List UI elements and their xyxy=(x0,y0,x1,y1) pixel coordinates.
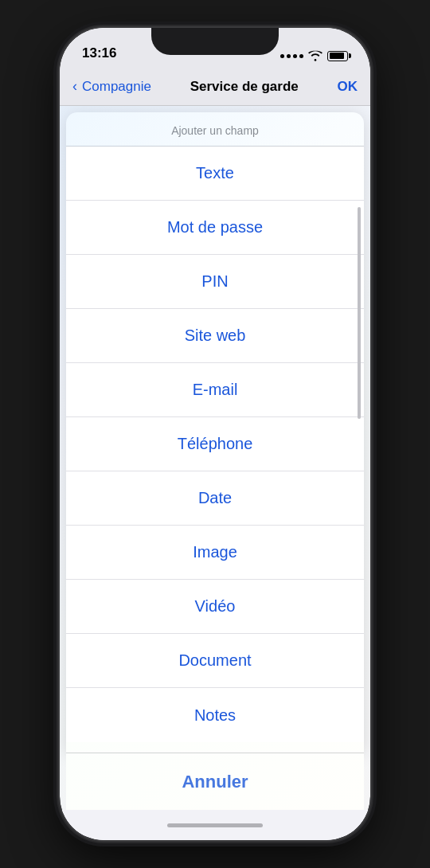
list-item-label-document: Document xyxy=(178,651,251,670)
signal-dot-1 xyxy=(280,54,284,58)
nav-back-label: Compagnie xyxy=(82,79,151,95)
wifi-icon xyxy=(308,50,322,61)
scroll-indicator xyxy=(358,207,361,419)
list-item-telephone[interactable]: Téléphone xyxy=(66,417,364,471)
list-item-label-email: E-mail xyxy=(193,381,238,399)
list-item-label-video: Vidéo xyxy=(195,597,236,616)
modal-sheet: Ajouter un champ TexteMot de passePINSit… xyxy=(66,112,364,753)
list-item-texte[interactable]: Texte xyxy=(66,147,364,201)
list-item-label-telephone: Téléphone xyxy=(178,435,253,453)
list-item-label-image: Image xyxy=(193,543,237,561)
status-time: 13:16 xyxy=(82,45,116,61)
list-item-label-date: Date xyxy=(198,489,232,507)
list-item-email[interactable]: E-mail xyxy=(66,363,364,417)
field-list: TexteMot de passePINSite webE-mailTéléph… xyxy=(66,147,364,742)
battery-icon xyxy=(327,51,348,61)
list-item-label-siteweb: Site web xyxy=(185,326,246,345)
screen: 13:16 ‹ xyxy=(60,28,370,840)
cancel-bar[interactable]: Annuler xyxy=(66,753,364,810)
list-item-label-motdepasse: Mot de passe xyxy=(167,218,263,237)
list-item-date[interactable]: Date xyxy=(66,471,364,526)
signal-dot-4 xyxy=(299,54,303,58)
list-item-video[interactable]: Vidéo xyxy=(66,580,364,634)
phone-frame: 13:16 ‹ xyxy=(60,28,370,840)
list-item-label-pin: PIN xyxy=(201,272,228,291)
nav-ok-button[interactable]: OK xyxy=(338,79,358,95)
list-item-motdepasse[interactable]: Mot de passe xyxy=(66,201,364,255)
list-container: TexteMot de passePINSite webE-mailTéléph… xyxy=(66,147,364,753)
nav-title: Service de garde xyxy=(158,79,331,95)
chevron-left-icon: ‹ xyxy=(72,78,77,95)
list-item-document[interactable]: Document xyxy=(66,634,364,688)
home-bar xyxy=(167,823,263,827)
status-icons xyxy=(280,50,348,61)
nav-back-button[interactable]: ‹ Compagnie xyxy=(72,78,151,95)
modal-header: Ajouter un champ xyxy=(66,112,364,147)
notch xyxy=(151,28,279,55)
signal-dot-3 xyxy=(293,54,297,58)
main-content: Ajouter un champ TexteMot de passePINSit… xyxy=(60,106,370,810)
list-item-label-notes: Notes xyxy=(194,706,236,725)
signal-dots xyxy=(280,54,303,58)
list-item-image[interactable]: Image xyxy=(66,526,364,580)
list-item-notes[interactable]: Notes xyxy=(66,688,364,742)
signal-dot-2 xyxy=(287,54,291,58)
modal-header-title: Ajouter un champ xyxy=(171,124,259,137)
list-item-siteweb[interactable]: Site web xyxy=(66,309,364,363)
cancel-label: Annuler xyxy=(182,772,248,792)
nav-bar: ‹ Compagnie Service de garde OK xyxy=(60,68,370,106)
battery-fill xyxy=(330,53,345,59)
list-item-pin[interactable]: PIN xyxy=(66,255,364,309)
home-indicator xyxy=(60,810,370,840)
list-item-label-texte: Texte xyxy=(196,164,234,182)
